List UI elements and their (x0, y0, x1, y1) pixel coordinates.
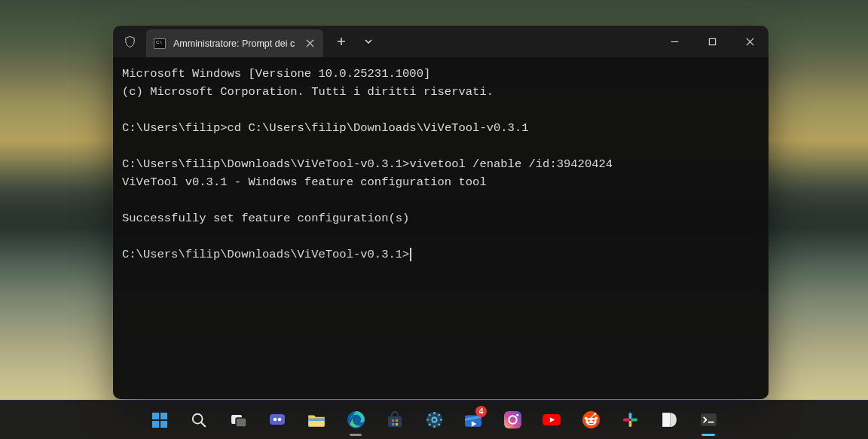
instagram-icon (503, 410, 522, 430)
svg-rect-37 (701, 413, 717, 426)
cmd-icon: C:\ (154, 38, 166, 49)
terminal-output[interactable]: Microsoft Windows [Versione 10.0.25231.1… (113, 57, 769, 399)
line-copyright: (c) Microsoft Corporation. Tutti i dirit… (122, 85, 494, 99)
svg-rect-2 (160, 413, 167, 419)
svg-rect-33 (628, 413, 631, 419)
svg-rect-7 (236, 418, 246, 427)
search-button[interactable] (182, 404, 215, 437)
svg-point-24 (516, 414, 518, 416)
edge-button[interactable] (339, 404, 372, 437)
svg-rect-4 (160, 421, 167, 428)
cursor (410, 248, 411, 261)
reddit-icon (581, 410, 601, 430)
prompt-1: C:\Users\filip> (122, 121, 228, 135)
tab-cmd[interactable]: C:\ Amministratore: Prompt dei c (146, 29, 323, 57)
svg-rect-16 (396, 419, 398, 422)
store-icon (385, 410, 405, 430)
terminal-button[interactable] (692, 404, 725, 437)
svg-rect-18 (396, 423, 398, 425)
cmd-1: cd C:\Users\filip\Downloads\ViVeTool-v0.… (228, 121, 529, 135)
svg-rect-15 (392, 419, 394, 422)
svg-rect-3 (152, 421, 159, 428)
slack-button[interactable] (613, 404, 646, 437)
svg-rect-36 (622, 419, 629, 422)
task-view-icon (228, 410, 248, 430)
svg-rect-22 (504, 411, 521, 428)
window-controls (656, 26, 769, 57)
svg-rect-12 (308, 418, 325, 420)
out-success: Successfully set feature configuration(s… (122, 212, 409, 225)
youtube-icon (542, 410, 561, 430)
svg-rect-17 (392, 423, 394, 425)
svg-rect-8 (270, 414, 285, 425)
minimize-button[interactable] (656, 26, 693, 57)
file-explorer-button[interactable] (300, 404, 333, 437)
devhome-icon (659, 410, 679, 430)
titlebar[interactable]: C:\ Amministratore: Prompt dei c (113, 26, 769, 57)
admin-shield-icon (113, 26, 146, 57)
svg-point-31 (584, 417, 587, 420)
notification-badge: 4 (475, 406, 487, 417)
task-view-button[interactable] (222, 404, 255, 437)
svg-point-28 (588, 419, 590, 422)
teams-chat-icon (267, 410, 287, 430)
svg-rect-34 (631, 419, 637, 422)
devhome-button[interactable] (653, 404, 686, 437)
close-button[interactable] (731, 26, 769, 57)
svg-rect-1 (152, 413, 159, 419)
microsoft-store-button[interactable] (378, 404, 411, 437)
svg-point-29 (592, 419, 594, 422)
tab-dropdown-button[interactable] (355, 26, 382, 57)
chat-button[interactable] (261, 404, 294, 437)
svg-point-10 (278, 417, 282, 421)
search-icon (189, 410, 209, 430)
movies-tv-button[interactable]: 4 (457, 404, 490, 437)
svg-rect-0 (709, 38, 715, 44)
tab-title: Amministratore: Prompt dei c (173, 38, 295, 49)
svg-point-9 (274, 417, 277, 421)
cmd-2: vivetool /enable /id:39420424 (409, 157, 613, 171)
maximize-button[interactable] (693, 26, 731, 57)
line-version: Microsoft Windows [Versione 10.0.25231.1… (122, 67, 430, 81)
taskbar: 4 (0, 400, 868, 439)
svg-point-30 (594, 417, 598, 420)
tab-close-button[interactable] (302, 36, 317, 51)
svg-rect-35 (628, 420, 631, 427)
settings-button[interactable] (417, 404, 451, 437)
settings-icon (424, 410, 444, 430)
reddit-button[interactable] (574, 404, 607, 437)
start-button[interactable] (143, 404, 176, 437)
titlebar-drag-area[interactable] (382, 26, 656, 57)
terminal-window: C:\ Amministratore: Prompt dei c Microso… (113, 26, 769, 399)
prompt-3: C:\Users\filip\Downloads\ViVeTool-v0.3.1… (122, 248, 409, 261)
edge-icon (346, 410, 365, 430)
new-tab-button[interactable] (328, 26, 355, 57)
out-tool: ViVeTool v0.3.1 - Windows feature config… (122, 175, 487, 189)
windows-icon (150, 410, 170, 430)
slack-icon (620, 410, 640, 430)
file-explorer-icon (307, 410, 326, 430)
instagram-button[interactable] (496, 404, 529, 437)
youtube-button[interactable] (535, 404, 568, 437)
prompt-2: C:\Users\filip\Downloads\ViVeTool-v0.3.1… (122, 157, 409, 171)
terminal-icon (698, 410, 718, 430)
svg-rect-14 (388, 416, 402, 427)
